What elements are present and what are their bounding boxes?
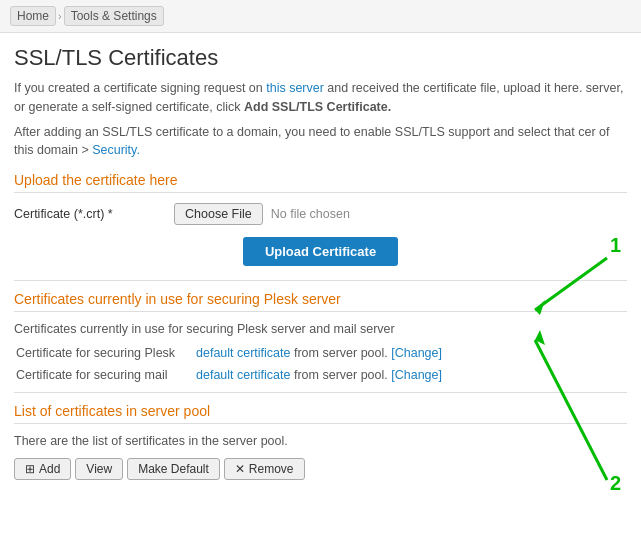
add-label: Add [39, 462, 60, 476]
list-desc: There are the list of sertificates in th… [14, 434, 627, 448]
cert-table: Certificate for securing Plesk default c… [14, 342, 627, 386]
intro-text-2: After adding an SSL/TLS certificate to a… [14, 123, 627, 161]
divider2 [14, 392, 627, 393]
cert-mail-value: default certificate from server pool. [C… [194, 364, 627, 386]
security-link[interactable]: Security. [92, 143, 140, 157]
intro-text-1: If you created a certificate signing req… [14, 79, 627, 117]
page-content: SSL/TLS Certificates If you created a ce… [0, 33, 641, 492]
list-section-heading: List of certificates in server pool [14, 403, 627, 424]
plesk-cert-link[interactable]: default certificate [196, 346, 291, 360]
file-input-wrapper: Choose File No file chosen [174, 203, 350, 225]
view-label: View [86, 462, 112, 476]
action-buttons: ⊞ Add View Make Default ✕ Remove [14, 458, 627, 480]
breadcrumb-tools[interactable]: Tools & Settings [64, 6, 164, 26]
table-row: Certificate for securing Plesk default c… [14, 342, 627, 364]
breadcrumb: Home › Tools & Settings [0, 0, 641, 33]
mail-change-link[interactable]: [Change] [391, 368, 442, 382]
mail-pool-text: from server pool. [291, 368, 388, 382]
cert-label: Certificate (*.crt) * [14, 207, 174, 221]
plesk-pool-text: from server pool. [291, 346, 388, 360]
cert-plesk-label: Certificate for securing Plesk [14, 342, 194, 364]
remove-button[interactable]: ✕ Remove [224, 458, 305, 480]
add-button[interactable]: ⊞ Add [14, 458, 71, 480]
upload-certificate-button[interactable]: Upload Certificate [243, 237, 398, 266]
choose-file-button[interactable]: Choose File [174, 203, 263, 225]
plus-icon: ⊞ [25, 462, 35, 476]
breadcrumb-home[interactable]: Home [10, 6, 56, 26]
remove-icon: ✕ [235, 462, 245, 476]
divider [14, 280, 627, 281]
view-button[interactable]: View [75, 458, 123, 480]
securing-section-heading: Certificates currently in use for securi… [14, 291, 627, 312]
no-file-text: No file chosen [271, 207, 350, 221]
remove-label: Remove [249, 462, 294, 476]
cert-file-row: Certificate (*.crt) * Choose File No fil… [14, 203, 627, 225]
make-default-button[interactable]: Make Default [127, 458, 220, 480]
mail-cert-link[interactable]: default certificate [196, 368, 291, 382]
upload-btn-wrapper: Upload Certificate [14, 237, 627, 266]
cert-plesk-value: default certificate from server pool. [C… [194, 342, 627, 364]
upload-section-heading: Upload the certificate here [14, 172, 627, 193]
securing-subtitle: Certificates currently in use for securi… [14, 322, 627, 336]
breadcrumb-sep: › [58, 10, 62, 22]
table-row: Certificate for securing mail default ce… [14, 364, 627, 386]
plesk-change-link[interactable]: [Change] [391, 346, 442, 360]
this-server-link[interactable]: this server [266, 81, 324, 95]
make-default-label: Make Default [138, 462, 209, 476]
page-title: SSL/TLS Certificates [14, 45, 627, 71]
cert-mail-label: Certificate for securing mail [14, 364, 194, 386]
